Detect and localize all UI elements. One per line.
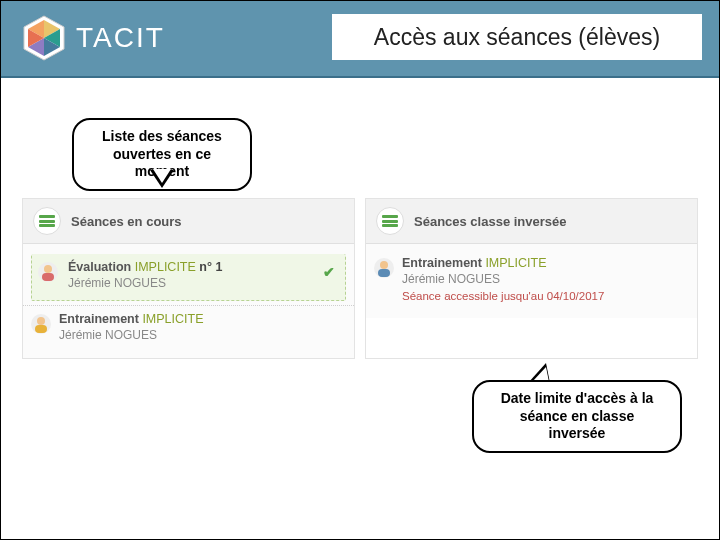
panel-title: Séances classe inversée (414, 214, 567, 229)
callout-date-limit: Date limite d'accès à la séance en class… (472, 380, 682, 453)
panel-sessions-current: Séances en cours Évaluation IMPLICITE n°… (22, 198, 355, 359)
panel-sessions-flipped: Séances classe inversée Entrainement IMP… (365, 198, 698, 359)
svg-rect-10 (35, 325, 47, 333)
panels-row: Séances en cours Évaluation IMPLICITE n°… (22, 198, 698, 359)
svg-rect-8 (42, 273, 54, 281)
panel-body: Évaluation IMPLICITE n° 1 Jérémie NOGUES… (23, 244, 354, 358)
session-number: n° 1 (199, 260, 222, 274)
session-module: IMPLICITE (142, 312, 203, 326)
session-type: Entrainement (402, 256, 482, 270)
svg-point-9 (37, 317, 45, 325)
panel-header: Séances en cours (23, 199, 354, 244)
session-type: Entrainement (59, 312, 139, 326)
session-teacher: Jérémie NOGUES (59, 328, 344, 342)
header-divider (0, 76, 720, 78)
avatar-icon (374, 258, 394, 278)
panel-header: Séances classe inversée (366, 199, 697, 244)
session-title: Évaluation IMPLICITE n° 1 (68, 260, 335, 274)
avatar-icon (38, 262, 58, 282)
app-header: TACIT Accès aux séances (élèves) (0, 0, 720, 76)
callout-text: Date limite d'accès à la séance en class… (501, 390, 654, 441)
check-icon: ✔ (323, 264, 335, 280)
session-module: IMPLICITE (135, 260, 196, 274)
list-icon (33, 207, 61, 235)
brand-text: TACIT (76, 22, 165, 54)
session-item[interactable]: Entrainement IMPLICITE Jérémie NOGUES (23, 305, 354, 352)
session-teacher: Jérémie NOGUES (68, 276, 335, 290)
session-module: IMPLICITE (485, 256, 546, 270)
session-item[interactable]: Évaluation IMPLICITE n° 1 Jérémie NOGUES… (31, 254, 346, 301)
session-limit: Séance accessible jusqu'au 04/10/2017 (402, 290, 687, 302)
session-title: Entrainement IMPLICITE (59, 312, 344, 326)
avatar-icon (31, 314, 51, 334)
brand-block: TACIT (0, 14, 165, 62)
svg-point-11 (380, 261, 388, 269)
session-item[interactable]: Entrainement IMPLICITE Jérémie NOGUES Sé… (366, 250, 697, 312)
svg-point-7 (44, 265, 52, 273)
session-type: Évaluation (68, 260, 131, 274)
list-icon (376, 207, 404, 235)
callout-tail-icon (150, 170, 174, 188)
page-title: Accès aux séances (élèves) (332, 14, 702, 60)
session-teacher: Jérémie NOGUES (402, 272, 687, 286)
svg-rect-12 (378, 269, 390, 277)
panel-title: Séances en cours (71, 214, 182, 229)
logo-icon (20, 14, 68, 62)
panel-body: Entrainement IMPLICITE Jérémie NOGUES Sé… (366, 244, 697, 318)
session-title: Entrainement IMPLICITE (402, 256, 687, 270)
